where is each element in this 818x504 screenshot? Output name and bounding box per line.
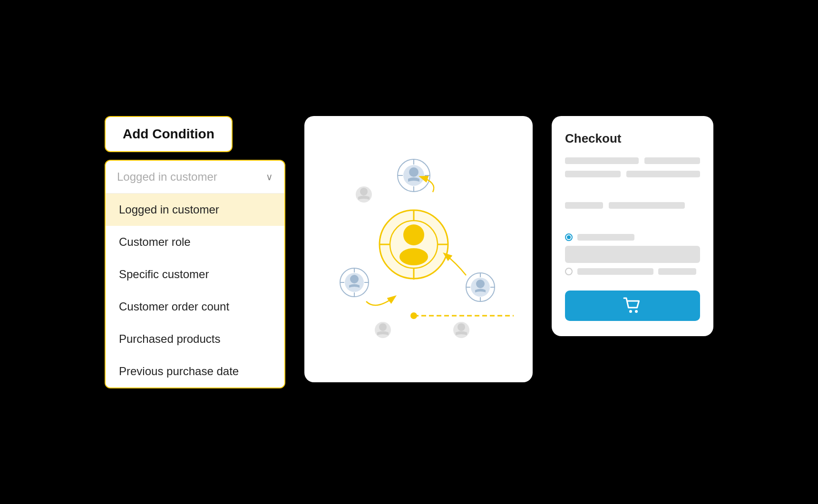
svg-point-30 <box>476 280 485 288</box>
dropdown-item-logged-in-customer[interactable]: Logged in customer <box>106 194 284 226</box>
dropdown-item-customer-role[interactable]: Customer role <box>106 226 284 258</box>
svg-point-38 <box>635 310 638 313</box>
left-panel: Add Condition Logged in customer ∨ Logge… <box>105 116 285 388</box>
radio-row-2 <box>565 268 700 275</box>
input-field[interactable] <box>565 246 700 263</box>
targeting-illustration <box>304 116 533 382</box>
form-bar <box>565 157 639 164</box>
dropdown-item-previous-purchase-date[interactable]: Previous purchase date <box>106 355 284 388</box>
svg-point-32 <box>360 188 368 195</box>
checkout-panel: Checkout <box>552 116 713 336</box>
checkout-radio-section <box>565 233 700 275</box>
dropdown-item-specific-customer[interactable]: Specific customer <box>106 258 284 291</box>
svg-point-1 <box>410 312 417 319</box>
dropdown-item-customer-order-count[interactable]: Customer order count <box>106 291 284 323</box>
illustration-panel <box>304 116 533 382</box>
form-bar <box>577 234 634 241</box>
chevron-down-icon: ∨ <box>266 171 273 183</box>
form-bar <box>609 202 685 209</box>
form-row-3 <box>565 202 700 209</box>
condition-dropdown-header[interactable]: Logged in customer ∨ <box>106 161 284 194</box>
dropdown-item-purchased-products[interactable]: Purchased products <box>106 323 284 355</box>
checkout-form-section-2 <box>565 202 700 211</box>
svg-point-37 <box>629 310 632 313</box>
form-bar <box>565 202 603 209</box>
radio-button-unselected[interactable] <box>565 268 573 275</box>
form-bar <box>565 171 621 177</box>
svg-point-8 <box>403 224 424 245</box>
svg-point-23 <box>350 275 359 283</box>
checkout-button[interactable] <box>565 291 700 321</box>
dropdown-placeholder: Logged in customer <box>117 170 217 184</box>
radio-button-selected[interactable] <box>565 233 573 241</box>
main-container: Add Condition Logged in customer ∨ Logge… <box>86 97 732 407</box>
condition-dropdown-container: Logged in customer ∨ Logged in customer … <box>105 160 285 388</box>
radio-row-1 <box>565 233 700 241</box>
checkout-form-fields <box>565 157 700 179</box>
cart-icon <box>623 297 642 314</box>
svg-point-9 <box>399 248 428 265</box>
form-bar <box>644 157 700 164</box>
svg-point-36 <box>379 323 387 331</box>
form-row-1 <box>565 157 700 164</box>
form-bar <box>658 268 696 275</box>
svg-point-16 <box>409 167 419 177</box>
dropdown-list: Logged in customer Customer role Specifi… <box>106 194 284 388</box>
add-condition-button[interactable]: Add Condition <box>105 116 233 152</box>
svg-point-34 <box>458 323 465 331</box>
form-bar <box>626 171 700 177</box>
checkout-title: Checkout <box>565 131 700 146</box>
form-bar <box>577 268 653 275</box>
form-row-2 <box>565 171 700 177</box>
